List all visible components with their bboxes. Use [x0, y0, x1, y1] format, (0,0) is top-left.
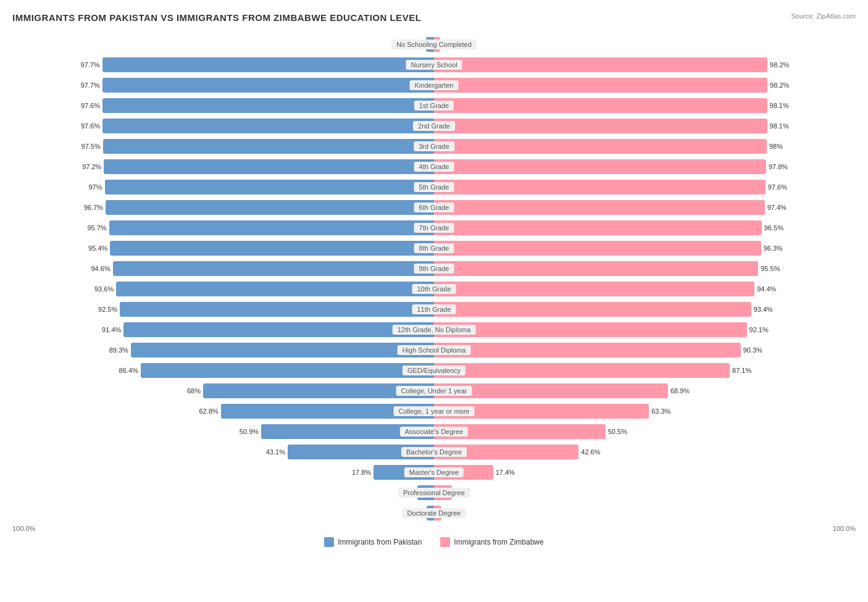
zimbabwe-bar: 93.4% — [434, 302, 751, 317]
bar-row: 97.6%98.1%2nd Grade — [12, 117, 856, 135]
bar-center-label: Bachelor's Degree — [401, 447, 467, 457]
pakistan-bar: 89.3% — [131, 343, 434, 357]
pakistan-bar: 95.4% — [110, 241, 434, 256]
pakistan-bar: 92.5% — [120, 302, 434, 317]
bar-center-label: Professional Degree — [398, 488, 470, 498]
bar-center-label: GED/Equivalency — [403, 366, 465, 375]
pakistan-bar: 97.7% — [102, 57, 434, 72]
pakistan-value: 97% — [88, 183, 104, 191]
pakistan-bar: 94.6% — [113, 261, 434, 276]
zimbabwe-value: 68.9% — [668, 387, 690, 395]
zimbabwe-bar: 90.3% — [434, 343, 741, 357]
bar-center-label: Nursery School — [406, 60, 462, 70]
pakistan-color-swatch — [324, 537, 334, 547]
pakistan-value: 62.8% — [199, 408, 220, 415]
zimbabwe-bar: 98.2% — [434, 57, 767, 72]
pakistan-bar: 95.7% — [109, 220, 434, 235]
bar-row: 97.2%97.8%4th Grade — [12, 157, 856, 176]
zimbabwe-bar: 97.4% — [434, 200, 765, 215]
pakistan-bar: 97.7% — [102, 78, 434, 93]
bar-center-label: 9th Grade — [414, 264, 454, 274]
zimbabwe-bar: 98.1% — [434, 119, 767, 133]
legend-zimbabwe: Immigrants from Zimbabwe — [440, 537, 543, 547]
bar-center-label: 4th Grade — [414, 162, 454, 172]
chart-title: IMMIGRANTS FROM PAKISTAN VS IMMIGRANTS F… — [12, 12, 856, 23]
source-text: Source: ZipAtlas.com — [791, 12, 856, 20]
chart-area: 2.3%1.9%No Schooling Completed97.7%98.2%… — [12, 35, 856, 522]
zimbabwe-value: 87.1% — [730, 367, 751, 374]
zimbabwe-value: 96.3% — [761, 245, 783, 252]
bar-row: 86.4%87.1%GED/Equivalency — [12, 361, 856, 380]
zimbabwe-value: 98.2% — [767, 82, 789, 89]
pakistan-value: 86.4% — [119, 367, 141, 374]
zimbabwe-value: 97.8% — [766, 163, 788, 170]
bar-row: 97%97.6%5th Grade — [12, 178, 856, 196]
bar-row: 91.4%92.1%12th Grade, No Diploma — [12, 320, 856, 339]
x-axis: 100.0% 100.0% — [12, 525, 856, 532]
zimbabwe-bar: 95.5% — [434, 261, 758, 276]
zimbabwe-bar: 96.5% — [434, 220, 762, 235]
pakistan-value: 50.9% — [240, 428, 261, 435]
pakistan-value: 93.6% — [94, 285, 116, 293]
zimbabwe-value: 63.3% — [649, 408, 670, 415]
bar-row: 2.3%1.9%No Schooling Completed — [12, 35, 856, 54]
bar-row: 97.6%98.1%1st Grade — [12, 96, 856, 115]
bar-center-label: Doctorate Degree — [403, 508, 466, 518]
bar-center-label: Master's Degree — [404, 467, 464, 477]
bar-row: 17.8%17.4%Master's Degree — [12, 463, 856, 482]
zimbabwe-value: 93.4% — [751, 306, 773, 313]
zimbabwe-value: 94.4% — [754, 285, 776, 293]
pakistan-value: 43.1% — [266, 448, 288, 456]
pakistan-value: 91.4% — [102, 326, 123, 333]
bar-row: 68%68.9%College, Under 1 year — [12, 382, 856, 400]
bar-center-label: 7th Grade — [414, 223, 454, 233]
zimbabwe-bar: 92.1% — [434, 322, 747, 337]
pakistan-value: 97.7% — [80, 61, 102, 69]
zimbabwe-value: 90.3% — [741, 346, 762, 354]
zimbabwe-legend-label: Immigrants from Zimbabwe — [454, 538, 543, 546]
pakistan-bar: 91.4% — [123, 322, 434, 337]
legend: Immigrants from Pakistan Immigrants from… — [12, 537, 856, 547]
bar-row: 97.5%98%3rd Grade — [12, 137, 856, 156]
bar-center-label: 1st Grade — [414, 101, 454, 111]
zimbabwe-value: 42.6% — [578, 448, 600, 456]
pakistan-value: 97.2% — [82, 163, 104, 170]
pakistan-value: 95.4% — [88, 245, 110, 252]
bar-row: 93.6%94.4%10th Grade — [12, 280, 856, 298]
pakistan-bar: 97.6% — [102, 119, 434, 133]
zimbabwe-bar: 98% — [434, 139, 767, 154]
bar-row: 97.7%98.2%Nursery School — [12, 56, 856, 74]
bar-row: 96.7%97.4%6th Grade — [12, 198, 856, 217]
zimbabwe-value: 98.2% — [767, 61, 789, 69]
zimbabwe-value: 17.4% — [493, 469, 515, 476]
bar-row: 89.3%90.3%High School Diploma — [12, 341, 856, 359]
bar-row: 43.1%42.6%Bachelor's Degree — [12, 443, 856, 461]
pakistan-value: 97.7% — [80, 82, 102, 89]
zimbabwe-bar: 98.2% — [434, 78, 767, 93]
zimbabwe-color-swatch — [440, 537, 450, 547]
zimbabwe-value: 97.6% — [766, 183, 787, 191]
bar-center-label: 6th Grade — [414, 203, 454, 212]
bar-row: 50.9%50.5%Associate's Degree — [12, 422, 856, 441]
bar-row: 62.8%63.3%College, 1 year or more — [12, 402, 856, 420]
zimbabwe-value: 92.1% — [747, 326, 769, 333]
zimbabwe-value: 98.1% — [767, 102, 789, 109]
pakistan-value: 95.7% — [87, 224, 109, 232]
bar-row: 95.7%96.5%7th Grade — [12, 219, 856, 237]
pakistan-bar: 93.6% — [116, 282, 434, 296]
zimbabwe-bar: 97.8% — [434, 159, 766, 174]
pakistan-bar: 97.2% — [104, 159, 434, 174]
bar-row: 92.5%93.4%11th Grade — [12, 300, 856, 319]
pakistan-bar: 97% — [105, 180, 435, 194]
bar-center-label: College, Under 1 year — [396, 386, 472, 396]
zimbabwe-value: 50.5% — [606, 428, 627, 435]
pakistan-value: 94.6% — [91, 265, 113, 272]
bar-center-label: 10th Grade — [412, 284, 456, 294]
pakistan-bar: 86.4% — [141, 363, 434, 378]
bar-center-label: 8th Grade — [414, 243, 454, 253]
pakistan-value: 96.7% — [84, 204, 106, 211]
pakistan-legend-label: Immigrants from Pakistan — [338, 538, 422, 546]
bar-center-label: Kindergarten — [410, 80, 459, 90]
bar-center-label: 11th Grade — [412, 304, 456, 314]
zimbabwe-value: 98% — [767, 143, 783, 150]
